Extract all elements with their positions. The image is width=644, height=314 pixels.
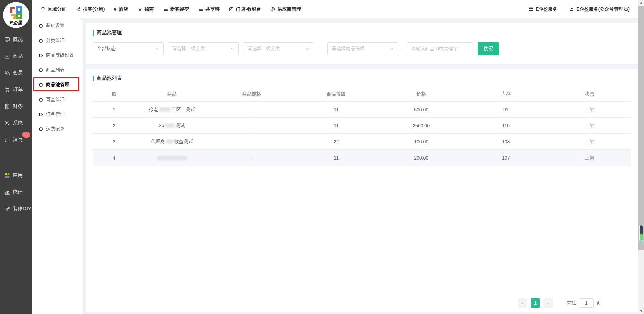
submenu-item-label: 盲盒管理 [46, 97, 65, 103]
cell-status: 上架 [548, 155, 631, 161]
status-select-value: 全部状态 [97, 46, 116, 52]
submenu-item-goods-level-settings[interactable]: 商品等级设置 [32, 48, 83, 63]
cell-status: 上架 [548, 139, 631, 145]
table-header-row: ID 商品 商品规格 商品等级 价格 库存 状态 [93, 87, 631, 102]
topnav-item-hotel[interactable]: ¥ 酒店 [114, 6, 128, 12]
search-button[interactable]: 搜索 [478, 42, 499, 55]
prev-page-button[interactable]: ‹ [518, 298, 527, 308]
pagination: ‹ 1 › 前往 页 [518, 298, 601, 308]
submenu-item-category-management[interactable]: 分类管理 [32, 33, 83, 48]
bullet-circle-icon [39, 83, 43, 87]
table-row[interactable]: 3 代理商收益测试 -- 22 100.00 108 上架 [93, 134, 631, 150]
submenu-item-label: 商品等级设置 [46, 52, 74, 58]
submenu-item-order-management[interactable]: 订单管理 [32, 107, 83, 122]
table-row[interactable]: 4 -- 11 200.00 107 上架 [93, 150, 631, 166]
redaction-blur [165, 123, 175, 128]
submenu-item-label: 商品列表 [46, 67, 65, 73]
category2-select[interactable]: 请选择二级分类 [243, 42, 314, 55]
cell-product: 25测试 [136, 123, 208, 129]
cell-product: 徐老三区一测试 [136, 107, 208, 113]
topnav-item-label: 推客(分销) [83, 6, 105, 12]
column-header-status: 状态 [548, 91, 631, 97]
submenu-item-goods-list[interactable]: 商品列表 [32, 63, 83, 77]
table-title: 商品池列表 [86, 69, 638, 81]
goto-page: 前往 页 [567, 298, 601, 308]
scrollbar-up-arrow-icon[interactable] [640, 2, 643, 4]
keyword-input[interactable] [407, 42, 473, 55]
brand-logo[interactable]: E企盈 [3, 2, 29, 28]
account-menu[interactable]: E企盈服务(公众号管理员) [569, 6, 630, 12]
topnav-item-sharing-chain[interactable]: 共享链 [198, 6, 220, 12]
bullet-circle-icon [39, 24, 43, 28]
category2-select-placeholder: 请选择二级分类 [247, 46, 280, 52]
goods-level-select[interactable]: 请选择商品等级 [327, 42, 398, 55]
redaction-blur [166, 139, 173, 144]
submenu-item-label: 订单管理 [46, 111, 65, 117]
cell-id: 4 [93, 155, 136, 161]
sidebar-item-stats[interactable]: 统计 [0, 184, 32, 200]
sidebar-item-members[interactable]: 会员 [0, 64, 32, 81]
cell-product [136, 155, 208, 161]
sidebar-item-label: 应用 [13, 172, 23, 179]
cell-level: 11 [294, 155, 378, 161]
grid-icon [528, 7, 534, 12]
share-icon [75, 7, 81, 12]
cell-stock: 110 [464, 123, 548, 128]
sidebar-item-overview[interactable]: 概况 [0, 31, 32, 48]
sidebar-item-goods[interactable]: 商品 [0, 48, 32, 64]
submenu-item-basic-settings[interactable]: 基础设置 [32, 18, 83, 33]
account-menu-label: E企盈服务(公众号管理员) [576, 6, 630, 12]
scrollbar-down-arrow-icon[interactable] [640, 310, 643, 312]
filter-panel: 商品池管理 全部状态 请选择一级分类 请选择二级分类 请选择商品等级 搜索 [86, 23, 638, 64]
topnav-item-label: 招商 [145, 6, 154, 12]
topnav-item-regional-dividend[interactable]: 区域分红 [40, 6, 66, 12]
category1-select-placeholder: 请选择一级分类 [172, 46, 205, 52]
category1-select[interactable]: 请选择一级分类 [168, 42, 239, 55]
bullet-circle-icon [39, 98, 43, 102]
topnav-item-label: 共享链 [206, 6, 220, 12]
cell-price: 200.00 [378, 155, 464, 161]
submenu-item-goods-pool-management[interactable]: 商品池管理 [32, 77, 83, 92]
service-menu-label: E企盈服务 [536, 6, 557, 12]
storefront-icon [229, 7, 234, 12]
yen-icon: ¥ [114, 6, 116, 12]
bullet-circle-icon [39, 127, 43, 131]
sidebar-item-system[interactable]: 系统 [0, 115, 32, 131]
scrollbar-track[interactable] [638, 0, 644, 314]
sidebar-item-label: 商品 [13, 53, 23, 59]
cell-status: 上架 [548, 123, 631, 129]
cell-product: 代理商收益测试 [136, 139, 208, 145]
cell-spec: -- [208, 139, 294, 144]
page-title: 商品池管理 [86, 23, 638, 36]
sidebar-item-orders[interactable]: 订单 [0, 81, 32, 98]
status-select[interactable]: 全部状态 [93, 42, 164, 55]
sidebar-item-diy[interactable]: 装修DIY [0, 200, 32, 217]
goto-page-input[interactable] [579, 298, 594, 308]
topnav-item-investment[interactable]: 招商 [137, 6, 154, 12]
scrollbar-thumb[interactable] [638, 6, 644, 250]
sidebar-item-finance[interactable]: 财务 [0, 98, 32, 115]
supplier-s-icon [270, 7, 275, 12]
cell-spec: -- [208, 123, 294, 128]
cell-stock: 91 [464, 107, 548, 112]
bullet-circle-icon [39, 68, 43, 72]
sidebar-item-label: 统计 [13, 189, 23, 195]
column-header-spec: 商品规格 [208, 91, 294, 97]
topnav-item-store-cashier[interactable]: 门店-收银台 [229, 6, 261, 12]
table-row[interactable]: 1 徐老三区一测试 -- 11 500.00 91 上架 [93, 102, 631, 118]
topnav-item-promoter-distribution[interactable]: 推客(分销) [75, 6, 105, 12]
title-accent-bar [93, 76, 94, 81]
submenu-item-shipping-records[interactable]: 运费记录 [32, 122, 83, 136]
service-menu[interactable]: E企盈服务 [528, 6, 557, 12]
table-row[interactable]: 2 25测试 -- 11 2560.00 110 上架 [93, 118, 631, 134]
goods-level-select-placeholder: 请选择商品等级 [332, 46, 365, 52]
topnav-item-new-customer-fission[interactable]: 新客裂变 [163, 6, 189, 12]
topnav-item-supplier-management[interactable]: 供应商管理 [270, 6, 301, 12]
sidebar-item-apps[interactable]: 应用 [0, 167, 32, 184]
next-page-button[interactable]: › [543, 298, 553, 308]
page-1-button[interactable]: 1 [531, 298, 540, 308]
sidebar-item-messages[interactable]: 消息 … [0, 131, 32, 148]
chevron-down-icon [230, 47, 234, 51]
cell-spec: -- [208, 155, 294, 161]
submenu-item-blind-box-management[interactable]: 盲盒管理 [32, 92, 83, 107]
